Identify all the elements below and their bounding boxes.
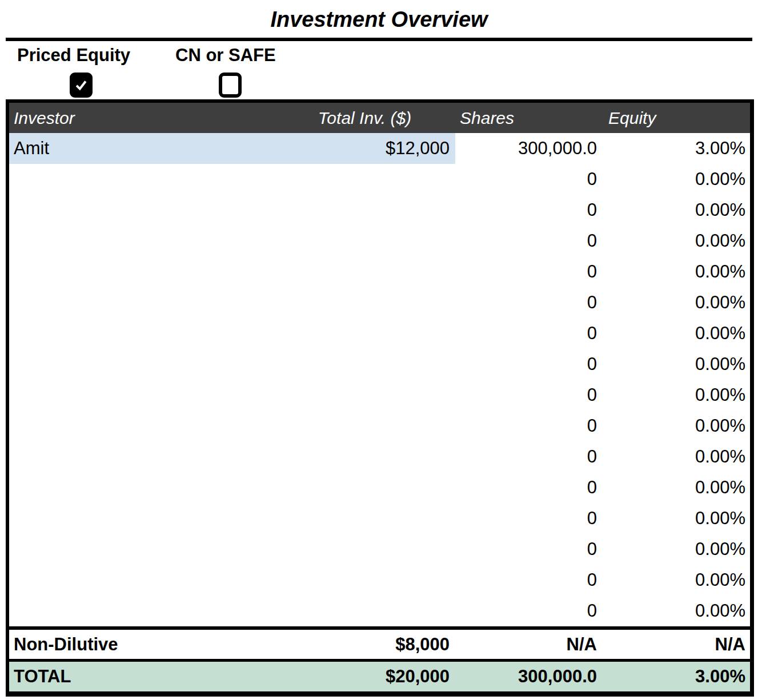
shares-cell[interactable]: 300,000.0 xyxy=(455,133,604,164)
table-row: 00.00% xyxy=(9,596,750,626)
investor-cell[interactable]: Amit xyxy=(9,133,274,164)
shares-cell[interactable]: 0 xyxy=(455,503,604,534)
shares-cell[interactable]: 0 xyxy=(455,472,604,503)
total-label-cell[interactable]: TOTAL xyxy=(9,662,274,691)
investment-table: Investor Total Inv. ($) Shares Equity Am… xyxy=(6,99,754,697)
non-dilutive-label-cell[interactable]: Non-Dilutive xyxy=(9,630,274,659)
total-inv-cell[interactable] xyxy=(274,596,455,626)
equity-cell[interactable]: 0.00% xyxy=(604,380,750,411)
investor-rows: Amit$12,000300,000.03.00%00.00%00.00%00.… xyxy=(9,133,750,626)
investor-cell[interactable] xyxy=(9,596,274,626)
total-inv-cell[interactable] xyxy=(274,164,455,195)
shares-cell[interactable]: 0 xyxy=(455,318,604,349)
equity-cell[interactable]: 0.00% xyxy=(604,226,750,256)
investor-cell[interactable] xyxy=(9,441,274,472)
shares-cell[interactable]: 0 xyxy=(455,164,604,195)
total-inv-cell[interactable] xyxy=(274,318,455,349)
investor-cell[interactable] xyxy=(9,565,274,596)
cn-or-safe-label: CN or SAFE xyxy=(175,46,276,65)
non-dilutive-total-inv-cell[interactable]: $8,000 xyxy=(274,630,455,659)
column-header-equity[interactable]: Equity xyxy=(604,103,750,133)
priced-equity-checkbox[interactable] xyxy=(70,73,93,98)
total-inv-cell[interactable] xyxy=(274,256,455,287)
column-header-investor[interactable]: Investor xyxy=(9,103,274,133)
non-dilutive-row: Non-Dilutive $8,000 N/A N/A xyxy=(9,626,750,659)
investor-cell[interactable] xyxy=(9,287,274,318)
investor-cell[interactable] xyxy=(9,380,274,411)
table-row: 00.00% xyxy=(9,534,750,565)
equity-cell[interactable]: 0.00% xyxy=(604,287,750,318)
investor-cell[interactable] xyxy=(9,534,274,565)
priced-equity-label: Priced Equity xyxy=(17,46,130,65)
total-shares-cell[interactable]: 300,000.0 xyxy=(455,662,604,691)
non-dilutive-shares-cell[interactable]: N/A xyxy=(455,630,604,659)
total-inv-cell[interactable] xyxy=(274,226,455,256)
equity-cell[interactable]: 0.00% xyxy=(604,596,750,626)
total-row: TOTAL $20,000 300,000.0 3.00% xyxy=(9,659,750,691)
table-row: 00.00% xyxy=(9,441,750,472)
column-header-total-inv[interactable]: Total Inv. ($) xyxy=(274,103,455,133)
checkmark-icon xyxy=(73,76,89,94)
cn-or-safe-checkbox[interactable] xyxy=(219,73,242,98)
shares-cell[interactable]: 0 xyxy=(455,226,604,256)
shares-cell[interactable]: 0 xyxy=(455,534,604,565)
total-inv-cell[interactable] xyxy=(274,472,455,503)
non-dilutive-equity-cell[interactable]: N/A xyxy=(604,630,750,659)
total-inv-cell[interactable] xyxy=(274,349,455,380)
shares-cell[interactable]: 0 xyxy=(455,596,604,626)
shares-cell[interactable]: 0 xyxy=(455,287,604,318)
investor-cell[interactable] xyxy=(9,164,274,195)
equity-cell[interactable]: 0.00% xyxy=(604,441,750,472)
table-header-row: Investor Total Inv. ($) Shares Equity xyxy=(9,103,750,133)
total-inv-cell[interactable] xyxy=(274,380,455,411)
equity-cell[interactable]: 0.00% xyxy=(604,349,750,380)
shares-cell[interactable]: 0 xyxy=(455,411,604,441)
equity-cell[interactable]: 0.00% xyxy=(604,472,750,503)
equity-cell[interactable]: 0.00% xyxy=(604,411,750,441)
total-inv-cell[interactable] xyxy=(274,195,455,226)
table-row: 00.00% xyxy=(9,380,750,411)
total-inv-cell[interactable] xyxy=(274,503,455,534)
investor-cell[interactable] xyxy=(9,411,274,441)
total-inv-cell[interactable] xyxy=(274,287,455,318)
table-row: 00.00% xyxy=(9,349,750,380)
total-inv-cell[interactable] xyxy=(274,534,455,565)
equity-cell[interactable]: 0.00% xyxy=(604,164,750,195)
equity-cell[interactable]: 3.00% xyxy=(604,133,750,164)
shares-cell[interactable]: 0 xyxy=(455,441,604,472)
shares-cell[interactable]: 0 xyxy=(455,349,604,380)
shares-cell[interactable]: 0 xyxy=(455,256,604,287)
shares-cell[interactable]: 0 xyxy=(455,565,604,596)
total-inv-cell[interactable] xyxy=(274,565,455,596)
table-row: Amit$12,000300,000.03.00% xyxy=(9,133,750,164)
table-row: 00.00% xyxy=(9,195,750,226)
investor-cell[interactable] xyxy=(9,318,274,349)
investor-cell[interactable] xyxy=(9,349,274,380)
table-row: 00.00% xyxy=(9,226,750,256)
table-row: 00.00% xyxy=(9,318,750,349)
total-total-inv-cell[interactable]: $20,000 xyxy=(274,662,455,691)
investor-cell[interactable] xyxy=(9,256,274,287)
table-row: 00.00% xyxy=(9,565,750,596)
table-row: 00.00% xyxy=(9,287,750,318)
equity-cell[interactable]: 0.00% xyxy=(604,565,750,596)
table-row: 00.00% xyxy=(9,472,750,503)
equity-cell[interactable]: 0.00% xyxy=(604,503,750,534)
shares-cell[interactable]: 0 xyxy=(455,380,604,411)
total-inv-cell[interactable] xyxy=(274,411,455,441)
title-divider xyxy=(6,38,752,41)
investor-cell[interactable] xyxy=(9,472,274,503)
total-inv-cell[interactable] xyxy=(274,441,455,472)
total-equity-cell[interactable]: 3.00% xyxy=(604,662,750,691)
investor-cell[interactable] xyxy=(9,226,274,256)
investor-cell[interactable] xyxy=(9,503,274,534)
table-row: 00.00% xyxy=(9,411,750,441)
total-inv-cell[interactable]: $12,000 xyxy=(274,133,455,164)
equity-cell[interactable]: 0.00% xyxy=(604,534,750,565)
column-header-shares[interactable]: Shares xyxy=(455,103,604,133)
equity-cell[interactable]: 0.00% xyxy=(604,195,750,226)
equity-cell[interactable]: 0.00% xyxy=(604,256,750,287)
equity-cell[interactable]: 0.00% xyxy=(604,318,750,349)
investor-cell[interactable] xyxy=(9,195,274,226)
shares-cell[interactable]: 0 xyxy=(455,195,604,226)
